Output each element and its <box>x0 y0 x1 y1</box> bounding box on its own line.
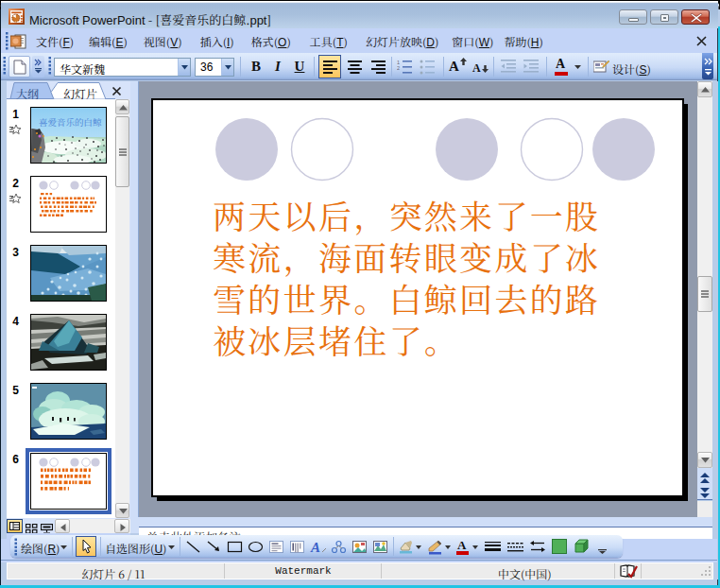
svg-text:喜爱音乐的白鲸: 喜爱音乐的白鲸 <box>39 115 102 129</box>
svg-text:A: A <box>310 540 320 555</box>
svg-text:2: 2 <box>397 65 400 71</box>
